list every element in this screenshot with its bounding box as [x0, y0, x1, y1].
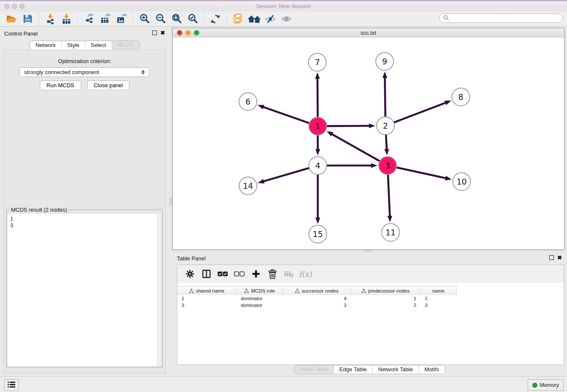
deselect-all-icon[interactable] — [232, 267, 247, 281]
apply-layout-icon[interactable] — [207, 12, 223, 26]
graph-node-11[interactable]: 11 — [382, 224, 399, 241]
column-header-name[interactable]: name — [421, 287, 457, 295]
graph-edge-2-9[interactable] — [383, 72, 387, 118]
graph-edge-4-3[interactable] — [326, 163, 377, 168]
app-titlebar[interactable]: Session: New Session — [0, 0, 567, 12]
graph-edge-3-1[interactable] — [327, 131, 381, 162]
right-area: ✕ − + scc.txt 1234678910111415 Table Pan… — [172, 27, 567, 377]
search-field[interactable] — [439, 14, 563, 23]
settings-icon[interactable] — [182, 267, 197, 281]
table-tab-motifs[interactable]: Motifs — [418, 365, 445, 374]
table-row[interactable]: 1dominator411 — [177, 295, 564, 302]
import-table-icon[interactable] — [58, 12, 74, 26]
columns-icon[interactable] — [199, 267, 214, 281]
memory-button[interactable]: Memory — [528, 379, 564, 391]
control-panel-title: Control Panel — [4, 30, 38, 37]
export-network-icon[interactable] — [81, 12, 97, 26]
graph-edge-4-14[interactable] — [258, 168, 310, 183]
graph-edge-1-6[interactable] — [258, 105, 310, 124]
tab-select[interactable]: Select — [85, 41, 112, 50]
table-cell[interactable]: dominator — [237, 296, 283, 301]
table-cell[interactable]: 3 — [177, 303, 237, 308]
table-tab-node-table[interactable]: Node Table — [295, 365, 333, 374]
tab-style[interactable]: Style — [61, 41, 85, 50]
graph-edge-1-4[interactable] — [315, 134, 320, 155]
table-header-row: shared nameMCDS rolesuccessor nodesprede… — [177, 286, 457, 295]
toolbar-separator — [132, 13, 133, 25]
save-session-icon[interactable] — [19, 12, 36, 26]
table-cell[interactable]: 3 — [421, 303, 457, 308]
table-cell[interactable]: 1 — [177, 296, 237, 301]
table-cell[interactable]: 1 — [351, 296, 421, 301]
application-window: Session: New Session Control Panel ✖ Net… — [0, 0, 567, 392]
graph-node-14[interactable]: 14 — [239, 177, 257, 195]
graph-edge-3-10[interactable] — [396, 167, 452, 180]
mcds-result-area[interactable]: 1 3 — [8, 214, 161, 366]
column-header-predecessor-nodes[interactable]: predecessor nodes — [351, 287, 421, 295]
graph-edge-4-15[interactable] — [315, 174, 320, 224]
table-tab-edge-table[interactable]: Edge Table — [333, 365, 372, 374]
graph-node-4[interactable]: 4 — [309, 157, 327, 174]
network-window-titlebar[interactable]: ✕ − + scc.txt — [173, 28, 564, 38]
zoom-selected-icon[interactable] — [184, 12, 201, 26]
column-header-successor-nodes[interactable]: successor nodes — [283, 287, 351, 295]
graph-node-1[interactable]: 1 — [309, 117, 327, 135]
close-panel-button[interactable]: Close panel — [87, 80, 130, 90]
tab-mcds[interactable]: MCDS — [112, 41, 139, 50]
graph-edge-1-2[interactable] — [326, 124, 375, 128]
network-canvas[interactable]: 1234678910111415 — [173, 38, 564, 249]
control-panel-tabs: NetworkStyleSelectMCDS — [30, 41, 140, 50]
function-icon[interactable]: f(x) — [298, 267, 313, 281]
table-cell[interactable]: 4 — [283, 296, 351, 301]
import-network-icon[interactable] — [42, 12, 58, 26]
graph-node-6[interactable]: 6 — [239, 93, 257, 110]
task-history-button[interactable] — [4, 379, 19, 391]
hide-selected-icon[interactable] — [262, 12, 278, 26]
result-scrollbar[interactable] — [157, 214, 161, 366]
zoom-out-icon[interactable] — [152, 12, 168, 26]
graph-edge-3-11[interactable] — [388, 174, 392, 222]
network-file-icon[interactable] — [230, 12, 246, 26]
graph-node-10[interactable]: 10 — [453, 173, 471, 190]
open-session-icon[interactable] — [3, 12, 19, 26]
table-tab-network-table[interactable]: Network Table — [372, 365, 418, 374]
graph-edge-2-3[interactable] — [384, 134, 389, 155]
toolbar-separator — [39, 13, 39, 25]
graph-node-2[interactable]: 2 — [377, 117, 394, 135]
float-panel-icon[interactable] — [152, 30, 157, 35]
home-icon[interactable] — [246, 12, 262, 26]
table-cell[interactable]: 3 — [283, 303, 351, 308]
export-table-icon[interactable] — [97, 12, 113, 26]
tab-network[interactable]: Network — [30, 41, 61, 50]
graph-node-15[interactable]: 15 — [309, 225, 327, 243]
delete-icon[interactable] — [265, 267, 280, 281]
column-header-MCDS-role[interactable]: MCDS role — [237, 287, 283, 295]
search-input[interactable] — [451, 15, 559, 22]
show-all-icon[interactable] — [278, 12, 295, 26]
table-cell[interactable]: 2 — [351, 303, 421, 308]
zoom-in-icon[interactable] — [136, 12, 152, 26]
criterion-select[interactable]: strongly connected component — [19, 67, 149, 77]
delete-table-icon[interactable] — [281, 267, 296, 281]
table-row[interactable]: 3dominator323 — [177, 302, 564, 309]
graph-node-8[interactable]: 8 — [452, 88, 470, 106]
float-table-panel-icon[interactable] — [549, 255, 554, 260]
graph-edge-1-7[interactable] — [315, 72, 320, 118]
table-body: f(x) shared nameMCDS rolesuccessor nodes… — [177, 265, 564, 365]
zoom-fit-icon[interactable] — [168, 12, 184, 26]
graph-node-3[interactable]: 3 — [379, 157, 396, 174]
graph-node-9[interactable]: 9 — [376, 52, 394, 70]
graph-node-7[interactable]: 7 — [308, 53, 326, 71]
add-icon[interactable] — [248, 267, 263, 281]
table-cell[interactable]: 1 — [421, 296, 457, 301]
table-cell[interactable]: dominator — [237, 303, 283, 308]
select-all-icon[interactable] — [215, 267, 230, 281]
graph-edge-2-8[interactable] — [393, 101, 451, 123]
run-mcds-button[interactable]: Run MCDS — [40, 80, 81, 90]
export-image-icon[interactable] — [113, 12, 129, 26]
network-window: ✕ − + scc.txt 1234678910111415 — [172, 28, 564, 250]
column-header-shared-name[interactable]: shared name — [177, 287, 237, 295]
close-panel-icon[interactable]: ✖ — [160, 30, 165, 35]
close-table-panel-icon[interactable]: ✖ — [557, 255, 562, 260]
control-panel: Control Panel ✖ NetworkStyleSelectMCDS O… — [0, 27, 169, 377]
